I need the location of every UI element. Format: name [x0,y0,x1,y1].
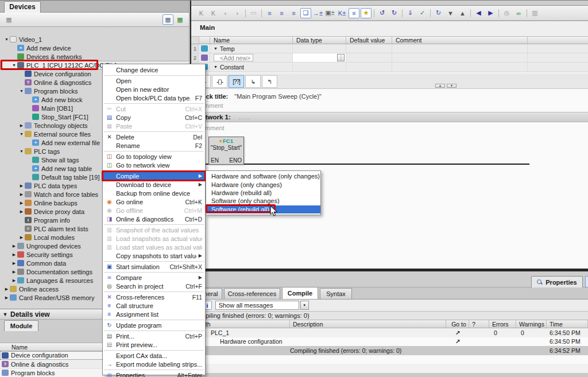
menu-item-download-to-device[interactable]: Download to device▶ [103,180,205,189]
expander-icon[interactable]: ▶ [18,235,25,240]
reference-data-icon[interactable]: ▥ [529,8,540,18]
submenu-item-software-only-changes[interactable]: Software (only changes) [206,197,320,205]
menu-item-properties[interactable]: ◎Properties...Alt+Enter [103,371,205,377]
expander-icon[interactable]: ▼ [3,37,10,41]
tree-item-video-1[interactable]: ▼Video_1 [0,35,189,44]
expander-icon[interactable]: ▶ [11,252,17,257]
empty-box-button[interactable]: [??] [229,75,244,88]
collapse-all-networks-icon[interactable]: ≡ [264,8,275,18]
goto-arrow-icon[interactable]: ↗ [446,329,469,336]
undo-icon[interactable]: ↺ [377,8,388,18]
comment-cell[interactable] [392,53,528,62]
message-row[interactable]: PLC_1↗006:34:50 PM [190,328,588,337]
name-cell[interactable]: ▼Temp [210,44,293,53]
expander-icon[interactable]: ▶ [11,244,17,248]
fc-block-en-pin[interactable]: EN [211,157,219,164]
expander-icon[interactable]: ▶ [18,123,25,128]
device-overview-icon[interactable]: ▦ [175,14,185,25]
tab-cross-references[interactable]: Cross-references [224,288,280,299]
expander-icon[interactable]: ▶ [3,296,10,300]
next-error-icon[interactable]: ▲ [457,8,468,18]
menu-item-copy-snapshots-to-start-values[interactable]: Copy snapshots to start values▶ [103,251,205,260]
expander-icon[interactable]: ▼ [18,89,25,93]
freeform-comment-icon[interactable]: ▭ [248,8,259,18]
network-title-icon[interactable]: ◗ [232,8,243,18]
operand-display-icon[interactable]: K± [336,8,347,18]
project-tree-settings-icon[interactable]: ▦ [3,14,14,25]
submenu-item-hardware-only-changes[interactable]: Hardware (only changes) [206,180,320,188]
menu-item-change-device[interactable]: Change device [103,65,205,74]
close-all-networks-icon[interactable]: ≡ [288,8,299,18]
menu-item-open-in-new-editor[interactable]: Open in new editor [103,85,205,94]
expander-icon[interactable]: ▶ [11,261,17,266]
coil-button[interactable]: -( )- [212,75,227,88]
menu-item-go-online[interactable]: ◉Go onlineCtrl+K [103,197,205,206]
symbolic-operands-icon[interactable]: K [208,8,219,18]
menu-item-call-structure[interactable]: ≡Call structure [103,301,205,310]
tab-compile[interactable]: Compile [282,287,318,299]
data-type-dropdown-button[interactable]: ⋮ [337,54,345,61]
expander-icon[interactable]: ▶ [11,278,17,283]
filter-dropdown-button[interactable]: ▼ [300,301,309,310]
goto-arrow-icon[interactable]: ↗ [446,338,469,345]
message-filter-select[interactable]: Show all messages [215,301,299,310]
network-comments-toggle-icon[interactable]: ❏ [300,8,311,18]
menu-item-cross-references[interactable]: ✕Cross-referencesF11 [103,293,205,301]
interface-table-row[interactable]: 2<Add new>⋮ [191,53,588,63]
name-cell[interactable]: ▼Constant [210,63,293,71]
redo-icon[interactable]: ↻ [389,8,400,18]
tab-module[interactable]: Module [4,320,38,331]
expand-all-networks-icon[interactable]: ≡ [276,8,287,18]
menu-item-search-in-project[interactable]: ◎Search in projectCtrl+F [103,282,205,290]
menu-item-compile[interactable]: Compile▶ [103,172,205,180]
menu-item-go-to-topology-view[interactable]: ◫Go to topology view [103,152,205,161]
menu-item-start-simulation[interactable]: ▣Start simulationCtrl+Shift+X [103,262,205,271]
consistency-check-icon[interactable]: ✓ [417,8,428,18]
menu-item-update-program[interactable]: ↻Update program [103,321,205,329]
expander-icon[interactable]: ▶ [18,201,25,205]
menu-item-export-module-labeling-strips[interactable]: →Export module labeling strips... [103,360,205,368]
jump-to-definition-icon[interactable]: →± [312,8,323,18]
tab-devices[interactable]: Devices [4,1,41,13]
menu-item-print[interactable]: ▤Print...Ctrl+P [103,332,205,340]
monitoring-icon[interactable]: ∞ [513,8,524,18]
row-expander-icon[interactable]: ▼ [214,65,218,69]
name-cell[interactable]: <Add new> [210,53,293,62]
menu-item-load-snapshots-as-actual-values[interactable]: ▥Load snapshots as actual values [103,234,205,243]
comment-cell[interactable] [392,44,528,53]
compile-icon[interactable]: ↻ [433,8,444,18]
absolute-operands-icon[interactable]: K [196,8,207,18]
show-column-headers-icon[interactable]: ▦ [163,14,173,25]
data-type-cell[interactable]: ⋮ [293,53,346,62]
previous-error-icon[interactable]: ▼ [445,8,456,18]
message-row[interactable]: Compiling finished (errors: 0; warnings:… [190,346,588,355]
expander-icon[interactable]: ▼ [18,132,25,136]
tag-information-icon[interactable]: ▣± [324,8,335,18]
block-title-row[interactable]: Block title: "Main Program Sweep (Cycle)… [196,93,322,100]
tree-item-devices-networks[interactable]: Devices & networks [0,52,189,61]
menu-item-compare[interactable]: ≍Compare▶ [103,273,205,282]
menu-item-load-start-values-as-actual-values[interactable]: ▥Load start values as actual values [103,243,205,251]
submenu-item-hardware-and-software-only-changes[interactable]: Hardware and software (only changes) [206,172,320,180]
menu-item-delete[interactable]: ✕DeleteDel [103,133,205,141]
menu-item-open[interactable]: Open [103,76,205,85]
interface-table-row[interactable]: 3▼Constant [191,63,588,72]
tab-properties[interactable]: Properties [531,276,583,287]
menu-item-export-cax-data[interactable]: Export CAx data... [103,351,205,360]
close-branch-button[interactable]: ↰ [262,75,277,88]
message-row[interactable] [190,364,588,373]
row-expander-icon[interactable]: ▼ [214,46,218,50]
menu-item-rename[interactable]: RenameF2 [103,141,205,150]
favorites-panel-icon[interactable]: ≡ [349,8,359,18]
collapse-down-button[interactable]: ▼ [447,84,457,88]
message-row[interactable] [190,355,588,364]
menu-item-cut[interactable]: ✂CutCtrl+X [103,104,205,113]
network-header[interactable]: Network 1: ..... [191,112,588,122]
data-type-cell[interactable] [293,44,346,53]
fc-block-eno-pin[interactable]: ENO [229,157,242,164]
menu-item-go-offline[interactable]: ◉Go offlineCtrl+M [103,206,205,215]
operand-comment-icon[interactable]: ◗ [220,8,231,18]
message-row[interactable]: Hardware configuration↗6:34:50 PM [190,337,588,347]
menu-item-paste[interactable]: ▦PasteCtrl+V [103,122,205,130]
default-value-cell[interactable] [346,53,392,62]
